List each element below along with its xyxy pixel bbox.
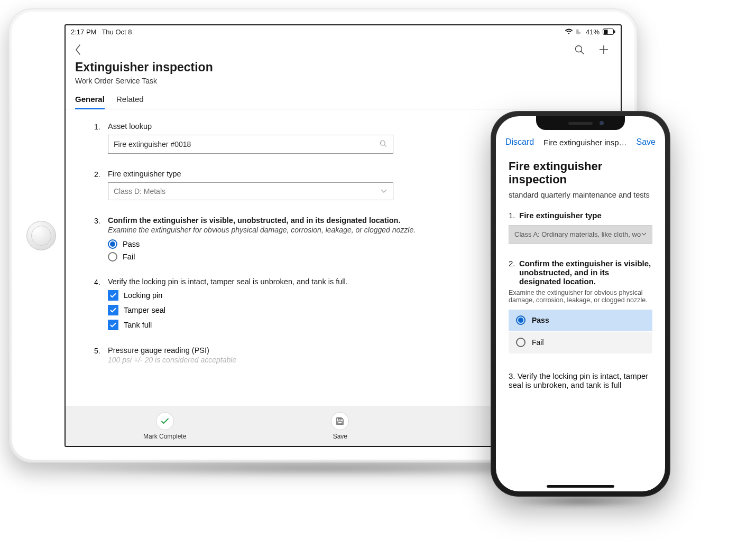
checkbox-icon bbox=[108, 305, 118, 315]
phone-type-select[interactable]: Class A: Ordinary materials, like cloth,… bbox=[509, 225, 652, 244]
svg-line-8 bbox=[384, 145, 386, 146]
radio-label: Fail bbox=[532, 338, 544, 347]
tab-general[interactable]: General bbox=[75, 95, 105, 109]
status-date: Thu Oct 8 bbox=[102, 28, 132, 36]
svg-point-3 bbox=[576, 46, 582, 52]
moon-icon bbox=[576, 29, 583, 35]
svg-rect-2 bbox=[614, 31, 615, 33]
phone-radio-pass[interactable]: Pass bbox=[509, 309, 652, 331]
checkbox-tank-full[interactable]: Tank full bbox=[108, 320, 504, 330]
question-locking-pin: Verify the locking pin is intact, tamper… bbox=[94, 277, 504, 330]
radio-icon bbox=[108, 252, 117, 262]
question-pressure-gauge: Pressure gauge reading (PSI) 100 psi +/-… bbox=[94, 346, 504, 364]
save-button[interactable]: Save bbox=[331, 412, 349, 440]
question-label: Asset lookup bbox=[108, 122, 504, 131]
svg-rect-11 bbox=[338, 422, 342, 424]
phone-radio-fail[interactable]: Fail bbox=[509, 331, 652, 353]
question-label: Confirm the extinguisher is visible, uno… bbox=[517, 259, 652, 286]
search-button[interactable] bbox=[571, 41, 588, 58]
status-battery-percent: 41% bbox=[586, 28, 600, 36]
svg-line-4 bbox=[581, 51, 584, 54]
checkbox-icon bbox=[108, 320, 118, 330]
question-number: 3. bbox=[509, 371, 515, 380]
checkbox-label: Tamper seal bbox=[124, 306, 165, 314]
asset-lookup-value: Fire extinguisher #0018 bbox=[114, 140, 191, 148]
radio-label: Fail bbox=[123, 253, 135, 261]
question-help: Examine the extinguisher for obvious phy… bbox=[509, 289, 652, 304]
question-label: Verify the locking pin is intact, tamper… bbox=[509, 371, 648, 389]
svg-rect-12 bbox=[338, 418, 341, 420]
radio-icon bbox=[108, 239, 117, 249]
question-asset-lookup: Asset lookup Fire extinguisher #0018 bbox=[94, 122, 504, 154]
phone-question-locking-pin: 3. Verify the locking pin is intact, tam… bbox=[509, 371, 652, 389]
radio-label: Pass bbox=[123, 240, 140, 248]
battery-icon bbox=[603, 29, 615, 35]
question-label: Fire extinguisher type bbox=[108, 170, 504, 178]
command-label: Mark Complete bbox=[143, 433, 186, 440]
mark-complete-button[interactable]: Mark Complete bbox=[143, 412, 186, 440]
command-label: Save bbox=[333, 433, 347, 440]
question-label: Fire extinguisher type bbox=[517, 211, 652, 220]
phone-nav-bar: Discard Fire extinguisher insp… Save bbox=[496, 133, 665, 151]
wifi-icon bbox=[565, 29, 573, 35]
add-button[interactable] bbox=[595, 41, 612, 58]
select-value: Class D: Metals bbox=[114, 187, 165, 195]
asset-lookup-input[interactable]: Fire extinguisher #0018 bbox=[108, 135, 393, 154]
check-icon bbox=[156, 412, 174, 430]
question-number: 1. bbox=[509, 211, 517, 220]
question-visibility-check: Confirm the extinguisher is visible, uno… bbox=[94, 216, 504, 262]
phone-page-title: Fire extinguisher inspection bbox=[509, 160, 652, 187]
svg-rect-1 bbox=[604, 30, 608, 34]
phone-question-visibility: 2. Confirm the extinguisher is visible, … bbox=[509, 259, 652, 353]
checkbox-icon bbox=[108, 290, 118, 301]
radio-fail[interactable]: Fail bbox=[108, 252, 504, 262]
chevron-down-icon bbox=[380, 187, 388, 196]
checkbox-label: Tank full bbox=[124, 321, 152, 329]
ipad-home-button[interactable] bbox=[26, 221, 56, 250]
question-label: Pressure gauge reading (PSI) bbox=[108, 346, 504, 355]
iphone-notch bbox=[536, 116, 625, 130]
save-button[interactable]: Save bbox=[637, 137, 656, 147]
search-icon bbox=[379, 139, 388, 150]
checkbox-locking-pin[interactable]: Locking pin bbox=[108, 290, 504, 301]
phone-question-type: 1. Fire extinguisher type Class A: Ordin… bbox=[509, 211, 652, 244]
radio-pass[interactable]: Pass bbox=[108, 239, 504, 249]
checkbox-tamper-seal[interactable]: Tamper seal bbox=[108, 305, 504, 315]
discard-button[interactable]: Discard bbox=[505, 137, 534, 147]
select-value: Class A: Ordinary materials, like cloth,… bbox=[514, 230, 641, 238]
question-label: Verify the locking pin is intact, tamper… bbox=[108, 277, 504, 286]
home-indicator[interactable] bbox=[547, 485, 614, 488]
status-time: 2:17 PM bbox=[71, 28, 96, 36]
question-help: Examine the extinguisher for obvious phy… bbox=[108, 226, 504, 234]
back-button[interactable] bbox=[69, 40, 88, 59]
page-subtitle: Work Order Service Task bbox=[75, 77, 611, 85]
extinguisher-type-select[interactable]: Class D: Metals bbox=[108, 182, 393, 200]
page-title: Extinguisher inspection bbox=[75, 60, 611, 74]
radio-icon bbox=[516, 315, 525, 325]
checkbox-label: Locking pin bbox=[124, 291, 162, 300]
tab-bar: General Related bbox=[66, 89, 621, 109]
chevron-down-icon bbox=[641, 230, 647, 238]
question-label: Confirm the extinguisher is visible, uno… bbox=[108, 216, 504, 225]
svg-point-7 bbox=[380, 141, 385, 145]
phone-page-subtitle: standard quarterly maintenance and tests bbox=[509, 191, 652, 199]
radio-icon bbox=[516, 338, 525, 347]
question-number: 2. bbox=[509, 259, 517, 286]
question-help: 100 psi +/- 20 is considered acceptable bbox=[108, 356, 504, 364]
question-extinguisher-type: Fire extinguisher type Class D: Metals bbox=[94, 170, 504, 200]
phone-nav-title: Fire extinguisher insp… bbox=[543, 138, 627, 147]
tab-related[interactable]: Related bbox=[116, 95, 144, 109]
save-icon bbox=[331, 412, 349, 430]
ipad-status-bar: 2:17 PM Thu Oct 8 41% bbox=[66, 25, 621, 38]
iphone-device-frame: Discard Fire extinguisher insp… Save Fir… bbox=[491, 111, 670, 497]
radio-label: Pass bbox=[532, 316, 549, 324]
